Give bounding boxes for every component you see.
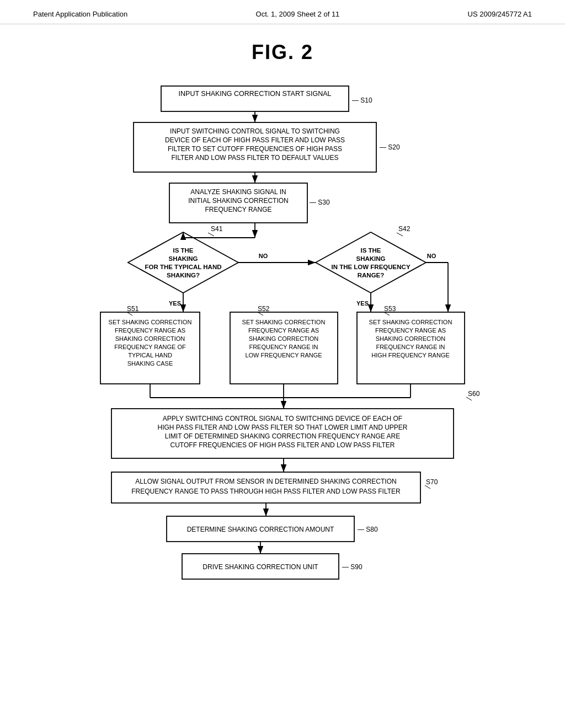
header-center: Oct. 1, 2009 Sheet 2 of 11: [256, 10, 340, 18]
s30-line1: ANALYZE SHAKING SIGNAL IN: [190, 188, 286, 196]
s51-line4: FREQUENCY RANGE OF: [114, 344, 186, 350]
s60-label: S60: [468, 390, 480, 398]
s20-label: — S20: [380, 143, 400, 151]
s41-diamond: [128, 232, 238, 293]
s70-label: S70: [426, 478, 438, 486]
s60-line2: HIGH PASS FILTER AND LOW PASS FILTER SO …: [158, 424, 408, 431]
flowchart-svg: INPUT SHAKING CORRECTION START SIGNAL — …: [45, 81, 520, 720]
s52-label: S52: [258, 305, 270, 313]
s41-text2: SHAKING: [168, 255, 198, 262]
s51-line6: SHAKING CASE: [127, 360, 173, 367]
s52-line4: FREQUENCY RANGE IN: [249, 344, 318, 350]
s52-line2: FREQUENCY RANGE AS: [248, 327, 319, 334]
header-left: Patent Application Publication: [33, 10, 127, 18]
svg-line-7: [208, 233, 214, 236]
s90-text: DRIVE SHAKING CORRECTION UNIT: [202, 563, 318, 571]
s42-text4: RANGE?: [358, 272, 385, 279]
s41-text4: SHAKING?: [167, 272, 200, 279]
s51-label: S51: [127, 305, 139, 313]
s20-line3: FILTER TO SET CUTOFF FREQUENCIES OF HIGH…: [168, 145, 342, 153]
s10-text: INPUT SHAKING CORRECTION START SIGNAL: [179, 90, 332, 98]
s53-label: S53: [384, 305, 396, 313]
s51-line2: FREQUENCY RANGE AS: [115, 327, 185, 334]
s30-line2: INITIAL SHAKING CORRECTION: [188, 197, 289, 205]
s20-line4: FILTER AND LOW PASS FILTER TO DEFAULT VA…: [172, 154, 339, 162]
s90-label: — S90: [342, 563, 363, 571]
header-right: US 2009/245772 A1: [468, 10, 532, 18]
s52-line1: SET SHAKING CORRECTION: [242, 319, 326, 325]
s30-label: — S30: [310, 199, 330, 206]
s20-line1: INPUT SWITCHING CONTROL SIGNAL TO SWITCH…: [170, 127, 340, 135]
s42-text1: IS THE: [360, 247, 381, 254]
s51-line1: SET SHAKING CORRECTION: [109, 319, 192, 325]
flowchart-container: INPUT SHAKING CORRECTION START SIGNAL — …: [0, 81, 565, 720]
s70-line1: ALLOW SIGNAL OUTPUT FROM SENSOR IN DETER…: [135, 478, 396, 485]
no-label-s42: NO: [427, 253, 436, 259]
s52-line5: LOW FREQUENCY RANGE: [245, 352, 322, 358]
s41-label: S41: [211, 225, 223, 233]
s51-line3: SHAKING CORRECTION: [115, 335, 185, 342]
s41-text1: IS THE: [173, 247, 193, 254]
s42-text3: IN THE LOW FREQUENCY: [331, 264, 410, 270]
s60-line1: APPLY SWITCHING CONTROL SIGNAL TO SWITCH…: [163, 415, 402, 422]
s53-line4: FREQUENCY RANGE IN: [376, 344, 445, 350]
s60-line3: LIMIT OF DETERMINED SHAKING CORRECTION F…: [165, 432, 400, 440]
s53-line2: FREQUENCY RANGE AS: [375, 327, 446, 334]
s20-line2: DEVICE OF EACH OF HIGH PASS FILTER AND L…: [165, 136, 345, 144]
s80-label: — S80: [358, 526, 378, 533]
s60-line4: CUTOFF FREQUENCIES OF HIGH PASS FILTER A…: [170, 441, 395, 449]
s42-diamond: [316, 232, 426, 293]
fig-title: FIG. 2: [0, 41, 565, 64]
yes-label-s41: YES: [169, 300, 181, 307]
svg-line-10: [397, 233, 403, 236]
s53-line3: SHAKING CORRECTION: [376, 335, 446, 342]
s53-line1: SET SHAKING CORRECTION: [369, 319, 452, 325]
s41-text3: FOR THE TYPICAL HAND: [145, 264, 221, 270]
s53-line5: HIGH FREQUENCY RANGE: [371, 352, 450, 358]
s80-text: DETERMINE SHAKING CORRECTION AMOUNT: [187, 526, 334, 533]
s10-label: — S10: [352, 97, 372, 104]
s42-text2: SHAKING: [356, 255, 385, 262]
s70-line2: FREQUENCY RANGE TO PASS THROUGH HIGH PAS…: [131, 488, 401, 495]
s52-line3: SHAKING CORRECTION: [249, 335, 319, 342]
no-label-s41: NO: [259, 253, 268, 259]
s30-line3: FREQUENCY RANGE: [205, 206, 271, 213]
s51-line5: TYPICAL HAND: [128, 352, 172, 358]
page-header: Patent Application Publication Oct. 1, 2…: [0, 0, 565, 24]
yes-label-s42: YES: [356, 300, 369, 307]
s42-label: S42: [398, 225, 411, 233]
